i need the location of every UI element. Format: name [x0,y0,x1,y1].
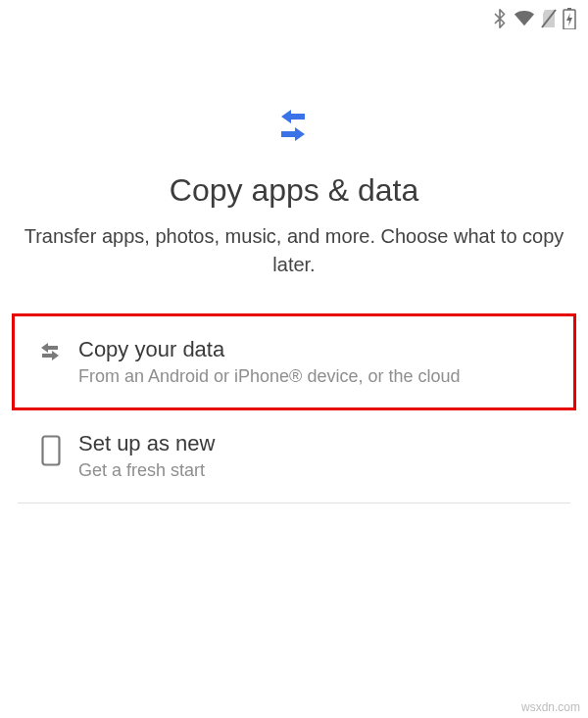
bluetooth-icon [492,9,508,28]
option-subtitle: Get a fresh start [78,460,564,481]
phone-outline-icon [24,435,78,466]
no-sim-icon [541,9,557,28]
option-title: Set up as new [78,431,564,456]
page-title: Copy apps & data [0,172,588,209]
wifi-icon [514,10,535,27]
option-set-up-as-new[interactable]: Set up as new Get a fresh start [0,409,588,503]
svg-rect-3 [43,437,60,465]
hero [0,102,588,151]
status-bar [0,0,588,33]
divider [18,503,570,503]
option-copy-your-data[interactable]: Copy your data From an Android or iPhone… [0,315,588,408]
page-subtitle: Transfer apps, photos, music, and more. … [24,222,564,279]
options-list: Copy your data From an Android or iPhone… [0,314,588,503]
option-title: Copy your data [78,337,564,362]
transfer-icon [24,341,78,364]
transfer-hero-icon [270,102,318,151]
option-subtitle: From an Android or iPhone® device, or th… [78,366,564,387]
watermark: wsxdn.com [521,700,580,714]
battery-charging-icon [563,8,576,29]
